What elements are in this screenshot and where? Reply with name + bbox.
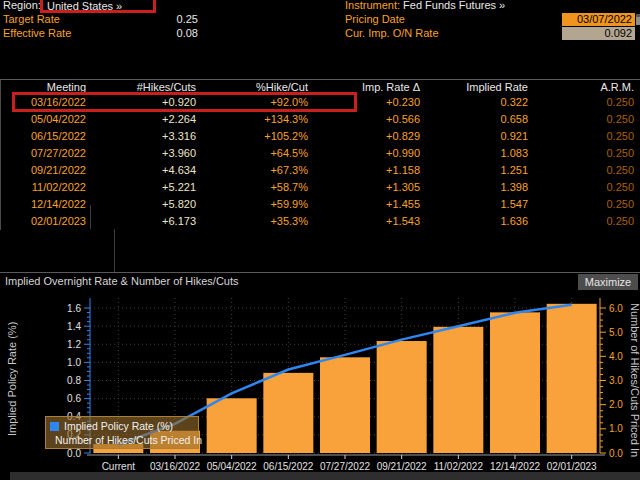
column-header[interactable]: Meeting bbox=[1, 80, 90, 94]
legend-item-line: Implied Policy Rate (%) bbox=[50, 419, 194, 433]
instrument-row: Instrument: Fed Funds Futures » bbox=[345, 0, 505, 12]
table-cell: +105.2% bbox=[200, 128, 312, 145]
table-row[interactable]: 11/02/2022+5.221+58.7%+1.3051.3980.250 bbox=[1, 179, 640, 196]
region-label: Region: bbox=[3, 0, 41, 12]
table-cell: 1.398 bbox=[424, 179, 532, 196]
table-cell: 1.083 bbox=[424, 145, 532, 162]
table-cell: +35.3% bbox=[200, 213, 312, 230]
table-cell: 05/04/2022 bbox=[1, 111, 90, 128]
table-cell: 11/02/2022 bbox=[1, 179, 90, 196]
table-cell: +92.0% bbox=[200, 94, 312, 111]
table-cell: +134.3% bbox=[200, 111, 312, 128]
table-cell: +67.3% bbox=[200, 162, 312, 179]
cur-imp-on-rate-value[interactable]: 0.092 bbox=[562, 27, 635, 40]
table-cell: 0.250 bbox=[532, 94, 638, 111]
table-cell: +0.829 bbox=[312, 128, 424, 145]
table-cell: +1.305 bbox=[312, 179, 424, 196]
bar bbox=[263, 373, 313, 453]
svg-text:1.6: 1.6 bbox=[67, 303, 81, 314]
table-cell: 0.250 bbox=[532, 179, 638, 196]
table-cell: 0.658 bbox=[424, 111, 532, 128]
svg-text:1.2: 1.2 bbox=[67, 339, 81, 350]
svg-text:1.4: 1.4 bbox=[67, 321, 81, 332]
pricing-date-label: Pricing Date bbox=[345, 13, 405, 26]
table-cell: +0.990 bbox=[312, 145, 424, 162]
wirp-screen: Region: United States » Instrument: Fed … bbox=[0, 0, 640, 480]
left-axis-title: Implied Policy Rate (%) bbox=[6, 300, 22, 458]
divider-line bbox=[90, 205, 91, 229]
x-tick-label: 07/27/2022 bbox=[320, 461, 370, 472]
bar bbox=[490, 312, 540, 453]
column-header[interactable]: Implied Rate bbox=[424, 80, 532, 94]
table-cell: +0.566 bbox=[312, 111, 424, 128]
table-cell: 0.921 bbox=[424, 128, 532, 145]
table-row[interactable]: 07/27/2022+3.960+64.5%+0.9901.0830.250 bbox=[1, 145, 640, 162]
table-cell: 07/27/2022 bbox=[1, 145, 90, 162]
target-rate-value: 0.25 bbox=[130, 13, 198, 26]
table-cell: +64.5% bbox=[200, 145, 312, 162]
x-tick-label: 06/15/2022 bbox=[263, 461, 313, 472]
table-cell: 1.636 bbox=[424, 213, 532, 230]
table-cell: 03/16/2022 bbox=[1, 94, 90, 111]
chart-legend: Implied Policy Rate (%) Number of Hikes/… bbox=[45, 416, 199, 449]
region-value[interactable]: United States » bbox=[47, 0, 122, 12]
x-tick-label: 05/04/2022 bbox=[207, 461, 257, 472]
svg-text:3.0: 3.0 bbox=[609, 375, 623, 386]
table-cell: +58.7% bbox=[200, 179, 312, 196]
table-row[interactable]: 03/16/2022+0.920+92.0%+0.2300.3220.250 bbox=[1, 94, 640, 111]
column-header[interactable]: A.R.M. bbox=[532, 80, 638, 94]
table-row[interactable]: 02/01/2023+6.173+35.3%+1.5431.6360.250 bbox=[1, 213, 640, 230]
table-cell: 0.250 bbox=[532, 111, 638, 128]
table-row[interactable]: 06/15/2022+3.316+105.2%+0.8290.9210.250 bbox=[1, 128, 640, 145]
table-body: 03/16/2022+0.920+92.0%+0.2300.3220.25005… bbox=[1, 94, 640, 230]
bar bbox=[320, 357, 370, 453]
calendar-icon[interactable] bbox=[636, 14, 640, 25]
table-cell: +5.820 bbox=[90, 196, 200, 213]
column-header[interactable]: #Hikes/Cuts bbox=[90, 80, 200, 94]
effective-rate-label: Effective Rate bbox=[3, 27, 71, 40]
table-header: Meeting#Hikes/Cuts%Hike/CutImp. Rate ΔIm… bbox=[1, 80, 640, 94]
table-cell: +5.221 bbox=[90, 179, 200, 196]
table-cell: +1.158 bbox=[312, 162, 424, 179]
svg-text:0.0: 0.0 bbox=[67, 448, 81, 459]
divider-line bbox=[114, 229, 115, 272]
table-cell: 0.250 bbox=[532, 213, 638, 230]
legend-item-bar: Number of Hikes/Cuts Priced In bbox=[50, 433, 194, 447]
column-header[interactable]: Imp. Rate Δ bbox=[312, 80, 424, 94]
table-cell: 0.250 bbox=[532, 128, 638, 145]
table-cell: 12/14/2022 bbox=[1, 196, 90, 213]
svg-text:0.0: 0.0 bbox=[609, 448, 623, 459]
table-cell: 02/01/2023 bbox=[1, 213, 90, 230]
table-cell: +6.173 bbox=[90, 213, 200, 230]
table-cell: 0.250 bbox=[532, 162, 638, 179]
svg-text:0.8: 0.8 bbox=[67, 375, 81, 386]
table-cell: 0.250 bbox=[532, 145, 638, 162]
column-header[interactable]: %Hike/Cut bbox=[200, 80, 312, 94]
table-cell: +0.920 bbox=[90, 94, 200, 111]
svg-text:0.6: 0.6 bbox=[67, 393, 81, 404]
table-cell: +4.634 bbox=[90, 162, 200, 179]
table-cell: 0.250 bbox=[532, 196, 638, 213]
table-row[interactable]: 12/14/2022+5.820+59.9%+1.4551.5470.250 bbox=[1, 196, 640, 213]
pricing-date-input[interactable]: 03/07/2022 bbox=[562, 13, 635, 26]
svg-text:5.0: 5.0 bbox=[609, 327, 623, 338]
table-row[interactable]: 09/21/2022+4.634+67.3%+1.1581.2510.250 bbox=[1, 162, 640, 179]
x-tick-label: 11/02/2022 bbox=[434, 461, 484, 472]
table-row[interactable]: 05/04/2022+2.264+134.3%+0.5660.6580.250 bbox=[1, 111, 640, 128]
legend-swatch-blue bbox=[50, 422, 59, 431]
x-tick-label: Current bbox=[102, 461, 136, 472]
bar bbox=[377, 341, 427, 453]
effective-rate-value: 0.08 bbox=[130, 27, 198, 40]
svg-text:2.0: 2.0 bbox=[609, 399, 623, 410]
table-cell: 09/21/2022 bbox=[1, 162, 90, 179]
legend-label: Implied Policy Rate (%) bbox=[64, 419, 173, 433]
table-cell: +1.543 bbox=[312, 213, 424, 230]
target-rate-label: Target Rate bbox=[3, 13, 60, 26]
table-cell: +1.455 bbox=[312, 196, 424, 213]
x-axis: Current03/16/202205/04/202206/15/202207/… bbox=[87, 455, 605, 472]
instrument-value[interactable]: Fed Funds Futures » bbox=[403, 0, 505, 11]
table-cell: 1.251 bbox=[424, 162, 532, 179]
svg-text:4.0: 4.0 bbox=[609, 351, 623, 362]
bar bbox=[207, 398, 257, 453]
right-axis-title: Number of Hikes/Cuts Priced In bbox=[625, 295, 640, 465]
